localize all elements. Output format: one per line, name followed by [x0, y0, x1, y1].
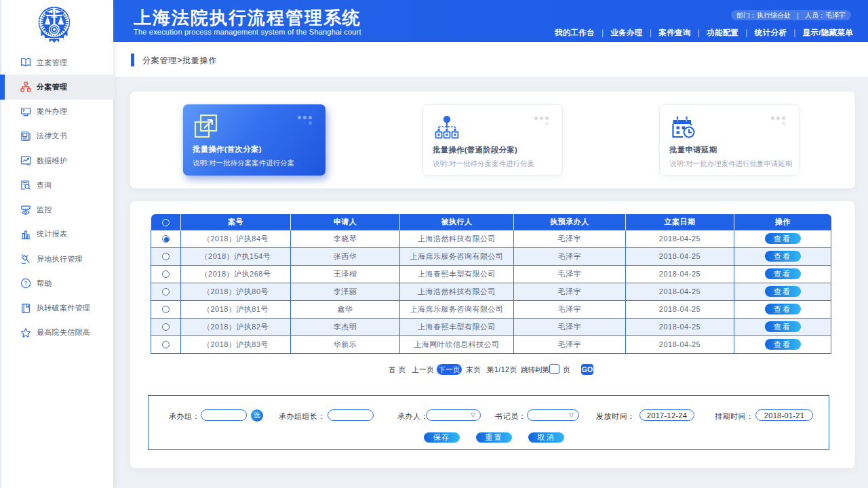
svg-text:?: ? [24, 281, 28, 287]
